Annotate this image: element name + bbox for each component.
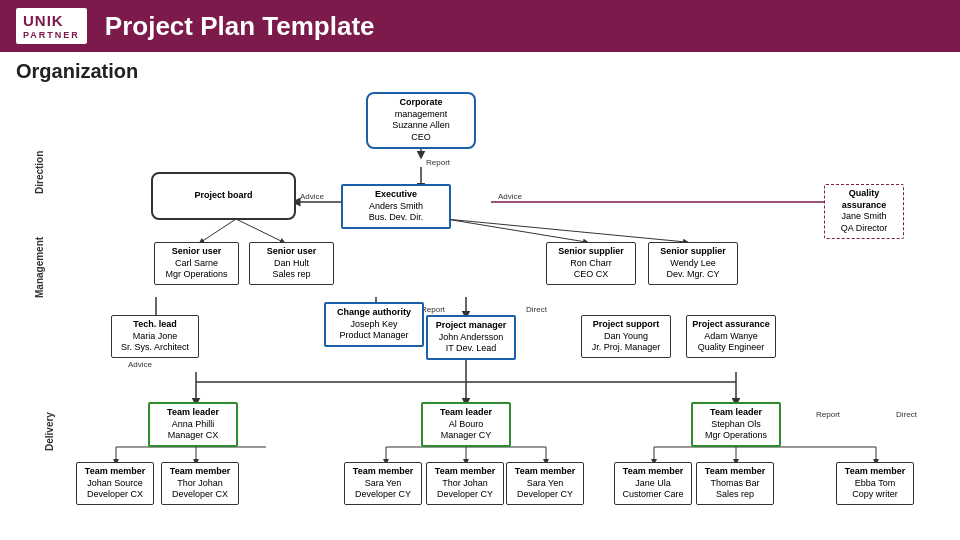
senior-supplier-2-box: Senior supplier Wendy Lee Dev. Mgr. CY: [648, 242, 738, 285]
project-board-box: Project board: [151, 172, 296, 220]
team-leader-3-box: Team leader Stephan Ols Mgr Operations: [691, 402, 781, 447]
member-sara1-box: Team member Sara Yen Developer CY: [344, 462, 422, 505]
tech-lead-box: Tech. lead Maria Jone Sr. Sys. Architect: [111, 315, 199, 358]
org-title: Organization: [16, 60, 944, 83]
logo-unik: UNIK: [23, 12, 80, 30]
page-title: Project Plan Template: [105, 11, 375, 42]
member-sara2-box: Team member Sara Yen Developer CY: [506, 462, 584, 505]
project-assurance-box: Project assurance Adam Wanye Quality Eng…: [686, 315, 776, 358]
member-thor1-box: Team member Thor Johan Developer CX: [161, 462, 239, 505]
svg-line-7: [446, 219, 586, 242]
svg-text:Direct: Direct: [896, 410, 918, 419]
member-thomas-box: Team member Thomas Bar Sales rep: [696, 462, 774, 505]
team-leader-1-box: Team leader Anna Philli Manager CX: [148, 402, 238, 447]
member-thor2-box: Team member Thor Johan Developer CY: [426, 462, 504, 505]
senior-supplier-1-box: Senior supplier Ron Charr CEO CX: [546, 242, 636, 285]
logo: UNIK PARTNER: [16, 8, 87, 45]
member-johan-box: Team member Johan Source Developer CX: [76, 462, 154, 505]
member-jane-box: Team member Jane Ula Customer Care: [614, 462, 692, 505]
team-leader-2-box: Team leader Al Bouro Manager CY: [421, 402, 511, 447]
svg-line-6: [236, 219, 283, 242]
svg-text:Report: Report: [421, 305, 446, 314]
svg-text:Report: Report: [816, 410, 841, 419]
change-authority-box: Change authority Joseph Key Product Mana…: [324, 302, 424, 347]
svg-text:Advice: Advice: [128, 360, 153, 369]
svg-text:Advice: Advice: [300, 192, 325, 201]
senior-user-1-box: Senior user Carl Sarne Mgr Operations: [154, 242, 239, 285]
svg-text:Advice: Advice: [498, 192, 523, 201]
corporate-box: Corporate management Suzanne Allen CEO: [366, 92, 476, 149]
header: UNIK PARTNER Project Plan Template: [0, 0, 960, 52]
svg-text:Direct: Direct: [526, 305, 548, 314]
project-support-box: Project support Dan Young Jr. Proj. Mana…: [581, 315, 671, 358]
main-content: Organization Direction Management Delive…: [0, 52, 960, 540]
org-chart: Report Advice Advice Advice Report Direc…: [36, 87, 956, 537]
project-manager-box: Project manager John Andersson IT Dev. L…: [426, 315, 516, 360]
senior-user-2-box: Senior user Dan Hult Sales rep: [249, 242, 334, 285]
svg-line-8: [446, 219, 686, 242]
quality-box: Quality assurance Jane Smith QA Director: [824, 184, 904, 239]
executive-box: Executive Anders Smith Bus. Dev. Dir.: [341, 184, 451, 229]
svg-line-5: [201, 219, 236, 242]
svg-text:Report: Report: [426, 158, 451, 167]
logo-partner: PARTNER: [23, 30, 80, 41]
member-ebba-box: Team member Ebba Tom Copy writer: [836, 462, 914, 505]
